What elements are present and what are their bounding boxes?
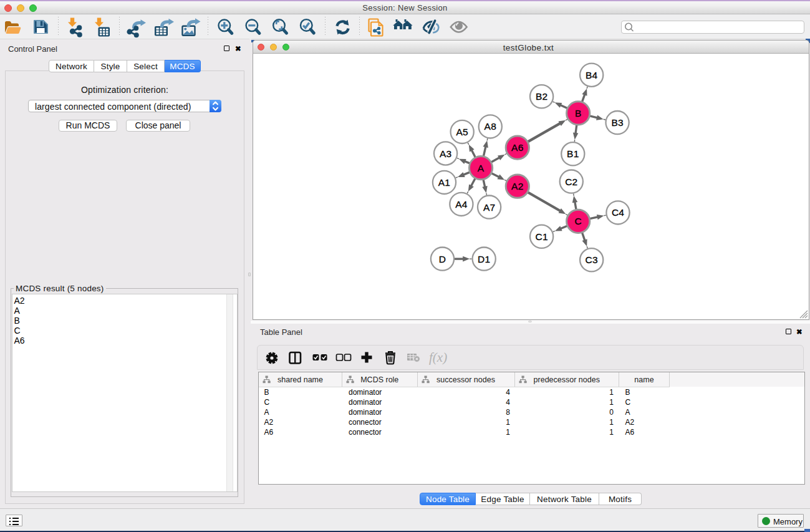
- svg-text:B3: B3: [611, 117, 623, 128]
- svg-text:A7: A7: [483, 202, 495, 213]
- svg-text:B2: B2: [536, 91, 547, 102]
- svg-text:B4: B4: [586, 70, 598, 80]
- svg-text:A2: A2: [511, 181, 523, 191]
- svg-text:D1: D1: [478, 254, 490, 264]
- svg-text:B: B: [575, 108, 582, 118]
- svg-text:A: A: [478, 163, 485, 173]
- svg-text:A5: A5: [456, 127, 468, 137]
- svg-text:A4: A4: [455, 199, 468, 210]
- svg-text:C: C: [574, 216, 581, 226]
- svg-text:A6: A6: [511, 142, 523, 153]
- svg-text:B1: B1: [567, 148, 579, 159]
- svg-text:C4: C4: [612, 207, 624, 218]
- svg-text:D: D: [439, 254, 446, 264]
- svg-text:f(x): f(x): [429, 350, 447, 365]
- svg-text:C3: C3: [586, 254, 598, 265]
- svg-text:C2: C2: [565, 177, 577, 187]
- svg-text:A1: A1: [438, 177, 450, 188]
- svg-text:C1: C1: [535, 231, 547, 242]
- svg-text:A8: A8: [485, 121, 496, 132]
- svg-text:A3: A3: [440, 148, 451, 159]
